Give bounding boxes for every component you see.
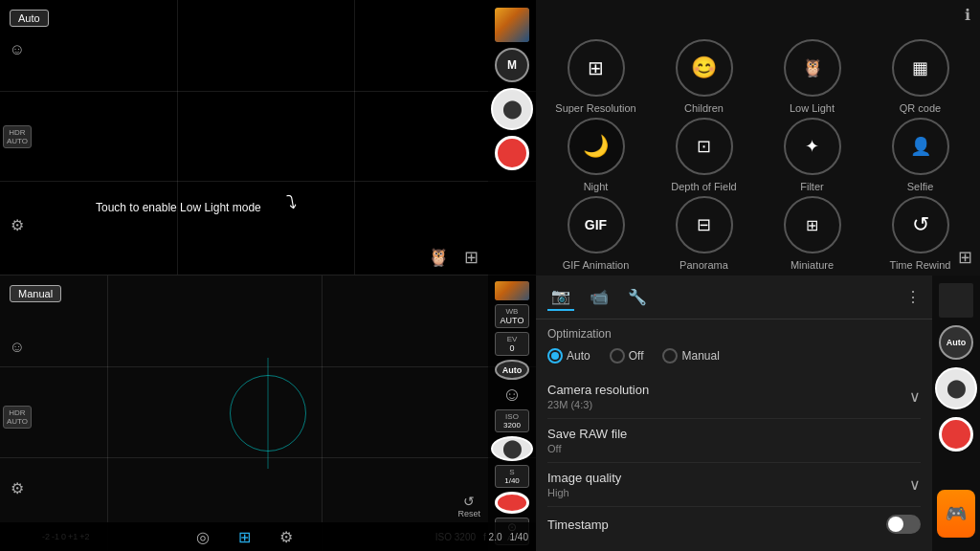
gif-icon: GIF (568, 196, 625, 253)
gear-top-icon[interactable]: ⚙ (11, 216, 24, 234)
iso-btn[interactable]: ISO 3200 (495, 409, 529, 432)
image-quality-row[interactable]: Image quality High ∨ (547, 463, 921, 507)
children-icon: 😊 (676, 39, 733, 97)
camera-bottom-view: Manual ☺ HDRAUTO ⚙ WB AUTO EV (0, 276, 536, 551)
grid-view-btn[interactable]: ⊞ (464, 247, 479, 268)
selfie-icon: 👤 (892, 118, 949, 175)
mode-selfie[interactable]: 👤 Selfie (868, 118, 972, 192)
low-light-icon: 🦉 (784, 39, 841, 97)
camera-resolution-arrow: ∨ (909, 387, 921, 406)
hdr-bottom-btn[interactable]: HDRAUTO (3, 406, 32, 429)
opt-off[interactable]: Off (610, 348, 644, 364)
mode-time-rewind[interactable]: ↺ Time Rewind (868, 196, 972, 271)
shutter-btn-top[interactable]: ⬤ (491, 88, 533, 130)
camera-controls-right-top: M ⬤ (488, 0, 536, 276)
right-panel: ℹ ⊞ Super Resolution 😊 Children 🦉 Low Li… (536, 0, 980, 551)
low-light-hint: Touch to enable Low Light mode (96, 201, 261, 214)
main-container: ☺ HDRAUTO ⚙ Auto Touch to enable Low Lig… (0, 0, 980, 551)
mode-super-resolution[interactable]: ⊞ Super Resolution (544, 39, 648, 114)
mode-qr-code[interactable]: ▦ QR code (868, 39, 972, 114)
bottom-nav: ◎ ⊞ ⚙ (0, 522, 488, 551)
reset-btn[interactable]: ↺ Reset (457, 494, 480, 518)
gear-bottom-icon[interactable]: ⚙ (11, 479, 24, 497)
camera-controls-right-bottom: WB AUTO EV 0 Auto ☺ ISO 3200 ⬤ (488, 276, 536, 551)
info-icon[interactable]: ℹ (965, 6, 970, 24)
hdr-top-btn[interactable]: HDRAUTO (3, 125, 32, 148)
more-options-btn[interactable]: ⋮ (905, 288, 921, 306)
hint-arrow: ⤵ (285, 190, 299, 213)
thumbnail-bottom[interactable] (495, 281, 529, 300)
side-icons-left-bottom: ☺ HDRAUTO ⚙ (0, 276, 34, 522)
mode-depth-of-field[interactable]: ⊡ Depth of Field (652, 118, 756, 192)
auto-badge: Auto (10, 10, 49, 27)
filter-icon: ✦ (784, 118, 841, 175)
opt-auto-radio (547, 348, 563, 364)
focus-line (268, 358, 269, 468)
image-quality-arrow: ∨ (909, 475, 921, 494)
mode-filter[interactable]: ✦ Filter (760, 118, 864, 192)
mode-children[interactable]: 😊 Children (652, 39, 756, 114)
panorama-icon: ⊟ (676, 196, 733, 253)
settings-icon[interactable]: ⚙ (279, 528, 293, 546)
mode-grid-icon[interactable]: ⊞ (958, 247, 972, 268)
opt-auto[interactable]: Auto (547, 348, 590, 364)
auto-btn-bottom[interactable]: Auto (495, 360, 529, 381)
record-btn-settings[interactable] (939, 417, 973, 452)
camera-top-view: ☺ HDRAUTO ⚙ Auto Touch to enable Low Lig… (0, 0, 536, 276)
shutter-btn-bottom[interactable]: ⬤ (491, 436, 533, 461)
tab-camera[interactable]: 📷 (547, 283, 574, 311)
night-icon: 🌙 (568, 118, 625, 175)
face-detect-icon[interactable]: ☺ (10, 41, 25, 58)
super-resolution-icon: ⊞ (568, 39, 625, 97)
mode-gif[interactable]: GIF GIF Animation (544, 196, 648, 271)
pokde-mascot: 🎮 (933, 490, 979, 543)
timestamp-toggle[interactable] (886, 515, 921, 534)
mode-top-icons: ℹ (536, 0, 980, 24)
qr-code-icon: ▦ (892, 39, 949, 97)
left-panel: ☺ HDRAUTO ⚙ Auto Touch to enable Low Lig… (0, 0, 536, 551)
mode-miniature[interactable]: ⊞ Miniature (760, 196, 864, 271)
optimization-section: Optimization Auto Off (547, 327, 921, 364)
camera-resolution-row[interactable]: Camera resolution 23M (4:3) ∨ (547, 375, 921, 419)
tab-tools[interactable]: 🔧 (624, 284, 651, 310)
shutter-speed-btn[interactable]: S 1/40 (495, 465, 529, 488)
timestamp-row: Timestamp (547, 507, 921, 541)
auto-btn-settings[interactable]: Auto (939, 325, 973, 360)
record-btn-top[interactable] (495, 136, 529, 170)
mode-night[interactable]: 🌙 Night (544, 118, 648, 192)
lens-switch-icon[interactable]: ◎ (196, 528, 210, 546)
settings-content: 📷 📹 🔧 ⋮ Optimization Auto (536, 276, 932, 551)
toggle-knob (888, 517, 903, 532)
opt-manual-radio (662, 348, 678, 364)
manual-btn[interactable]: M (495, 48, 529, 82)
record-btn-bottom[interactable] (495, 492, 529, 514)
tab-video[interactable]: 📹 (586, 284, 612, 310)
grid-overlay (0, 0, 536, 275)
owl-btn[interactable]: 🦉 (428, 247, 449, 268)
mode-low-light[interactable]: 🦉 Low Light (760, 39, 864, 114)
side-icons-left-top: ☺ HDRAUTO ⚙ (0, 0, 34, 276)
time-rewind-icon: ↺ (892, 196, 949, 253)
settings-right-controls: Auto ⬤ 🎮 (932, 276, 980, 551)
mode-grid: ⊞ Super Resolution 😊 Children 🦉 Low Ligh… (536, 24, 980, 278)
opt-off-radio (610, 348, 625, 364)
settings-body: Optimization Auto Off (536, 320, 932, 551)
optimization-options: Auto Off Manual (547, 348, 921, 364)
mode-panorama[interactable]: ⊟ Panorama (652, 196, 756, 271)
mode-panel: ℹ ⊞ Super Resolution 😊 Children 🦉 Low Li… (536, 0, 980, 276)
shutter-btn-settings[interactable]: ⬤ (935, 367, 977, 409)
settings-tabs: 📷 📹 🔧 ⋮ (536, 276, 932, 320)
bottom-bar-top: 🦉 ⊞ (0, 240, 488, 275)
face-detect-bottom[interactable]: ☺ (502, 384, 522, 406)
grid-mode-icon[interactable]: ⊞ (238, 528, 251, 546)
save-raw-row[interactable]: Save RAW file Off (547, 419, 921, 463)
miniature-icon: ⊞ (784, 196, 841, 253)
opt-manual[interactable]: Manual (662, 348, 719, 364)
wb-btn[interactable]: WB AUTO (495, 304, 529, 328)
depth-of-field-icon: ⊡ (676, 118, 733, 175)
ev-btn[interactable]: EV 0 (495, 332, 529, 356)
thumbnail-top[interactable] (495, 8, 529, 42)
black-square (939, 283, 973, 318)
face-detect-icon-bottom[interactable]: ☺ (10, 339, 25, 356)
settings-panel: 📷 📹 🔧 ⋮ Optimization Auto (536, 276, 980, 551)
